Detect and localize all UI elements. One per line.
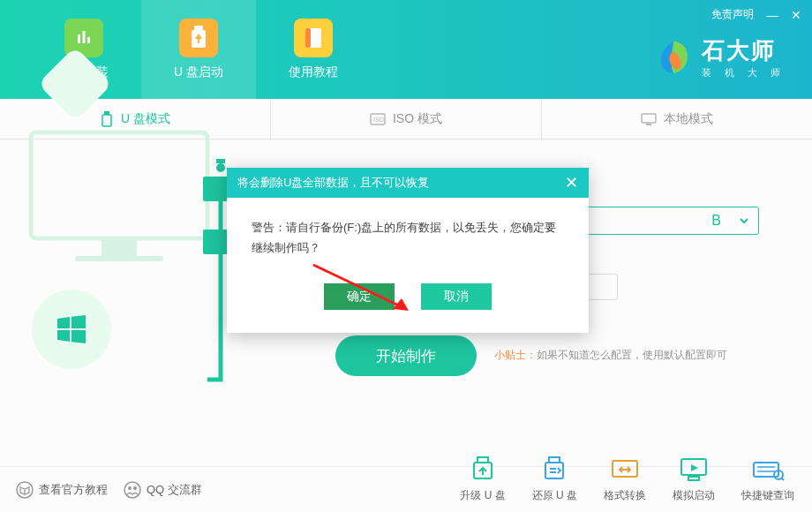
- modal-body: 警告：请自行备份(F:)盘上的所有数据，以免丢失，您确定要继续制作吗？: [227, 198, 589, 267]
- modal-close-button[interactable]: ✕: [565, 173, 578, 192]
- modal-cancel-button[interactable]: 取消: [421, 283, 492, 310]
- modal-header: 将会删除U盘全部数据，且不可以恢复 ✕: [227, 168, 589, 198]
- modal-footer: 确定 取消: [227, 267, 589, 333]
- confirm-modal: 将会删除U盘全部数据，且不可以恢复 ✕ 警告：请自行备份(F:)盘上的所有数据，…: [227, 168, 589, 333]
- modal-title: 将会删除U盘全部数据，且不可以恢复: [237, 175, 429, 191]
- modal-confirm-button[interactable]: 确定: [324, 283, 395, 310]
